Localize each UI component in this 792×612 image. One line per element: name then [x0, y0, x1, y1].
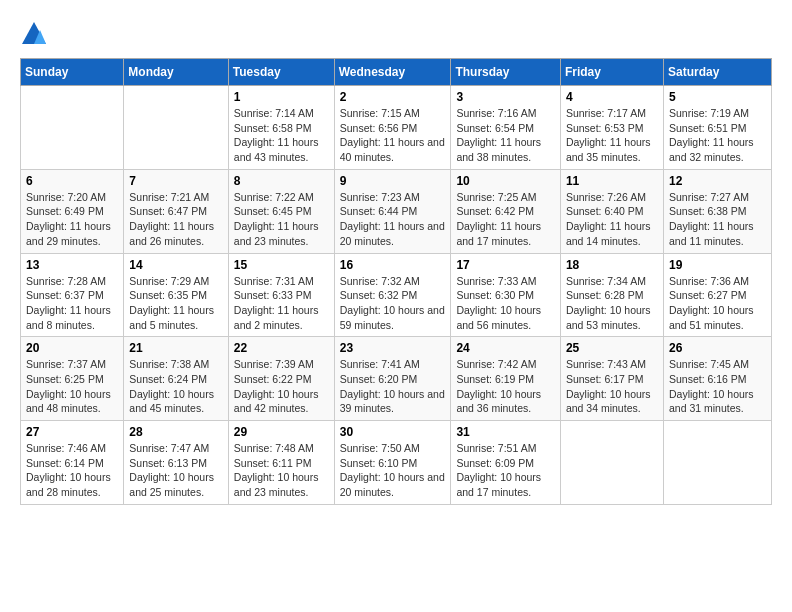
calendar-week-row: 6Sunrise: 7:20 AMSunset: 6:49 PMDaylight…: [21, 169, 772, 253]
day-number: 5: [669, 90, 766, 104]
day-number: 11: [566, 174, 658, 188]
weekday-header: Monday: [124, 59, 228, 86]
calendar-cell: 13Sunrise: 7:28 AMSunset: 6:37 PMDayligh…: [21, 253, 124, 337]
calendar-cell: 24Sunrise: 7:42 AMSunset: 6:19 PMDayligh…: [451, 337, 561, 421]
calendar-cell: 3Sunrise: 7:16 AMSunset: 6:54 PMDaylight…: [451, 86, 561, 170]
day-number: 6: [26, 174, 118, 188]
calendar-table: SundayMondayTuesdayWednesdayThursdayFrid…: [20, 58, 772, 505]
day-info: Sunrise: 7:19 AMSunset: 6:51 PMDaylight:…: [669, 106, 766, 165]
weekday-header: Friday: [560, 59, 663, 86]
day-number: 27: [26, 425, 118, 439]
calendar-cell: 2Sunrise: 7:15 AMSunset: 6:56 PMDaylight…: [334, 86, 451, 170]
calendar-week-row: 20Sunrise: 7:37 AMSunset: 6:25 PMDayligh…: [21, 337, 772, 421]
calendar-cell: 22Sunrise: 7:39 AMSunset: 6:22 PMDayligh…: [228, 337, 334, 421]
day-number: 24: [456, 341, 555, 355]
day-number: 22: [234, 341, 329, 355]
calendar-cell: 16Sunrise: 7:32 AMSunset: 6:32 PMDayligh…: [334, 253, 451, 337]
day-info: Sunrise: 7:43 AMSunset: 6:17 PMDaylight:…: [566, 357, 658, 416]
calendar-cell: 25Sunrise: 7:43 AMSunset: 6:17 PMDayligh…: [560, 337, 663, 421]
calendar-cell: 6Sunrise: 7:20 AMSunset: 6:49 PMDaylight…: [21, 169, 124, 253]
day-number: 19: [669, 258, 766, 272]
calendar-cell: 15Sunrise: 7:31 AMSunset: 6:33 PMDayligh…: [228, 253, 334, 337]
day-number: 25: [566, 341, 658, 355]
day-number: 14: [129, 258, 222, 272]
day-number: 30: [340, 425, 446, 439]
day-info: Sunrise: 7:16 AMSunset: 6:54 PMDaylight:…: [456, 106, 555, 165]
day-info: Sunrise: 7:22 AMSunset: 6:45 PMDaylight:…: [234, 190, 329, 249]
day-number: 21: [129, 341, 222, 355]
day-number: 23: [340, 341, 446, 355]
calendar-cell: 12Sunrise: 7:27 AMSunset: 6:38 PMDayligh…: [663, 169, 771, 253]
calendar-cell: 29Sunrise: 7:48 AMSunset: 6:11 PMDayligh…: [228, 421, 334, 505]
day-info: Sunrise: 7:42 AMSunset: 6:19 PMDaylight:…: [456, 357, 555, 416]
day-number: 7: [129, 174, 222, 188]
day-number: 26: [669, 341, 766, 355]
day-info: Sunrise: 7:33 AMSunset: 6:30 PMDaylight:…: [456, 274, 555, 333]
calendar-body: 1Sunrise: 7:14 AMSunset: 6:58 PMDaylight…: [21, 86, 772, 505]
day-number: 12: [669, 174, 766, 188]
day-info: Sunrise: 7:25 AMSunset: 6:42 PMDaylight:…: [456, 190, 555, 249]
day-info: Sunrise: 7:32 AMSunset: 6:32 PMDaylight:…: [340, 274, 446, 333]
day-number: 18: [566, 258, 658, 272]
page-header: [20, 20, 772, 48]
calendar-cell: 7Sunrise: 7:21 AMSunset: 6:47 PMDaylight…: [124, 169, 228, 253]
calendar-cell: 27Sunrise: 7:46 AMSunset: 6:14 PMDayligh…: [21, 421, 124, 505]
calendar-cell: 8Sunrise: 7:22 AMSunset: 6:45 PMDaylight…: [228, 169, 334, 253]
day-info: Sunrise: 7:34 AMSunset: 6:28 PMDaylight:…: [566, 274, 658, 333]
day-info: Sunrise: 7:46 AMSunset: 6:14 PMDaylight:…: [26, 441, 118, 500]
day-number: 29: [234, 425, 329, 439]
calendar-cell: 1Sunrise: 7:14 AMSunset: 6:58 PMDaylight…: [228, 86, 334, 170]
weekday-header: Tuesday: [228, 59, 334, 86]
day-info: Sunrise: 7:38 AMSunset: 6:24 PMDaylight:…: [129, 357, 222, 416]
calendar-cell: 26Sunrise: 7:45 AMSunset: 6:16 PMDayligh…: [663, 337, 771, 421]
day-info: Sunrise: 7:21 AMSunset: 6:47 PMDaylight:…: [129, 190, 222, 249]
day-number: 10: [456, 174, 555, 188]
calendar-cell: [124, 86, 228, 170]
logo: [20, 20, 52, 48]
day-number: 3: [456, 90, 555, 104]
day-info: Sunrise: 7:20 AMSunset: 6:49 PMDaylight:…: [26, 190, 118, 249]
day-info: Sunrise: 7:36 AMSunset: 6:27 PMDaylight:…: [669, 274, 766, 333]
day-info: Sunrise: 7:50 AMSunset: 6:10 PMDaylight:…: [340, 441, 446, 500]
calendar-cell: 21Sunrise: 7:38 AMSunset: 6:24 PMDayligh…: [124, 337, 228, 421]
calendar-cell: 30Sunrise: 7:50 AMSunset: 6:10 PMDayligh…: [334, 421, 451, 505]
calendar-cell: 18Sunrise: 7:34 AMSunset: 6:28 PMDayligh…: [560, 253, 663, 337]
day-info: Sunrise: 7:17 AMSunset: 6:53 PMDaylight:…: [566, 106, 658, 165]
calendar-week-row: 1Sunrise: 7:14 AMSunset: 6:58 PMDaylight…: [21, 86, 772, 170]
day-number: 4: [566, 90, 658, 104]
day-info: Sunrise: 7:37 AMSunset: 6:25 PMDaylight:…: [26, 357, 118, 416]
day-info: Sunrise: 7:45 AMSunset: 6:16 PMDaylight:…: [669, 357, 766, 416]
day-number: 8: [234, 174, 329, 188]
calendar-cell: 31Sunrise: 7:51 AMSunset: 6:09 PMDayligh…: [451, 421, 561, 505]
day-info: Sunrise: 7:41 AMSunset: 6:20 PMDaylight:…: [340, 357, 446, 416]
calendar-cell: 9Sunrise: 7:23 AMSunset: 6:44 PMDaylight…: [334, 169, 451, 253]
calendar-week-row: 27Sunrise: 7:46 AMSunset: 6:14 PMDayligh…: [21, 421, 772, 505]
calendar-cell: 19Sunrise: 7:36 AMSunset: 6:27 PMDayligh…: [663, 253, 771, 337]
calendar-cell: 5Sunrise: 7:19 AMSunset: 6:51 PMDaylight…: [663, 86, 771, 170]
calendar-cell: [560, 421, 663, 505]
calendar-cell: 4Sunrise: 7:17 AMSunset: 6:53 PMDaylight…: [560, 86, 663, 170]
calendar-cell: 11Sunrise: 7:26 AMSunset: 6:40 PMDayligh…: [560, 169, 663, 253]
day-number: 31: [456, 425, 555, 439]
day-number: 13: [26, 258, 118, 272]
weekday-header: Saturday: [663, 59, 771, 86]
day-info: Sunrise: 7:28 AMSunset: 6:37 PMDaylight:…: [26, 274, 118, 333]
day-number: 15: [234, 258, 329, 272]
day-info: Sunrise: 7:31 AMSunset: 6:33 PMDaylight:…: [234, 274, 329, 333]
day-number: 9: [340, 174, 446, 188]
day-info: Sunrise: 7:15 AMSunset: 6:56 PMDaylight:…: [340, 106, 446, 165]
day-number: 16: [340, 258, 446, 272]
day-info: Sunrise: 7:26 AMSunset: 6:40 PMDaylight:…: [566, 190, 658, 249]
weekday-row: SundayMondayTuesdayWednesdayThursdayFrid…: [21, 59, 772, 86]
calendar-cell: 28Sunrise: 7:47 AMSunset: 6:13 PMDayligh…: [124, 421, 228, 505]
calendar-cell: 23Sunrise: 7:41 AMSunset: 6:20 PMDayligh…: [334, 337, 451, 421]
day-number: 20: [26, 341, 118, 355]
calendar-cell: 10Sunrise: 7:25 AMSunset: 6:42 PMDayligh…: [451, 169, 561, 253]
day-info: Sunrise: 7:29 AMSunset: 6:35 PMDaylight:…: [129, 274, 222, 333]
day-info: Sunrise: 7:27 AMSunset: 6:38 PMDaylight:…: [669, 190, 766, 249]
day-info: Sunrise: 7:48 AMSunset: 6:11 PMDaylight:…: [234, 441, 329, 500]
calendar-cell: [21, 86, 124, 170]
day-info: Sunrise: 7:47 AMSunset: 6:13 PMDaylight:…: [129, 441, 222, 500]
day-number: 1: [234, 90, 329, 104]
logo-icon: [20, 20, 48, 48]
